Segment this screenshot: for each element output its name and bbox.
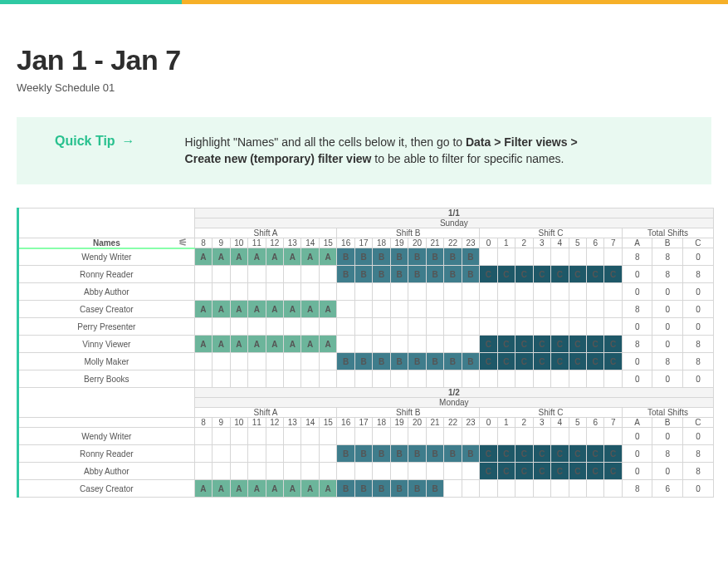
- shift-cell[interactable]: [515, 248, 533, 266]
- shift-cell[interactable]: [266, 283, 283, 301]
- shift-cell[interactable]: [497, 318, 515, 336]
- shift-cell[interactable]: [390, 318, 408, 336]
- shift-cell[interactable]: C: [604, 266, 622, 283]
- shift-cell[interactable]: [551, 318, 569, 336]
- shift-cell[interactable]: C: [480, 266, 497, 283]
- shift-cell[interactable]: C: [569, 336, 586, 353]
- shift-cell[interactable]: C: [569, 445, 586, 463]
- employee-name[interactable]: Molly Maker: [18, 353, 195, 370]
- shift-cell[interactable]: B: [337, 480, 354, 498]
- shift-cell[interactable]: [462, 370, 479, 388]
- employee-name[interactable]: Ronny Reader: [18, 266, 195, 283]
- shift-cell[interactable]: A: [230, 480, 247, 498]
- shift-cell[interactable]: [319, 266, 336, 283]
- shift-cell[interactable]: [444, 301, 462, 318]
- shift-cell[interactable]: [213, 283, 230, 301]
- shift-cell[interactable]: A: [213, 336, 230, 353]
- shift-cell[interactable]: [373, 283, 390, 301]
- shift-cell[interactable]: B: [426, 353, 443, 370]
- shift-cell[interactable]: [604, 370, 622, 388]
- shift-cell[interactable]: [515, 480, 533, 498]
- shift-cell[interactable]: [533, 428, 550, 445]
- shift-cell[interactable]: C: [551, 445, 569, 463]
- shift-cell[interactable]: A: [213, 248, 230, 266]
- shift-cell[interactable]: A: [284, 301, 301, 318]
- shift-cell[interactable]: B: [337, 353, 354, 370]
- shift-cell[interactable]: [462, 283, 479, 301]
- shift-cell[interactable]: [462, 336, 479, 353]
- shift-cell[interactable]: A: [266, 480, 283, 498]
- shift-cell[interactable]: [569, 428, 586, 445]
- shift-cell[interactable]: [390, 370, 408, 388]
- shift-cell[interactable]: [266, 428, 283, 445]
- shift-cell[interactable]: A: [266, 336, 283, 353]
- shift-cell[interactable]: [248, 318, 266, 336]
- shift-cell[interactable]: B: [390, 266, 408, 283]
- shift-cell[interactable]: [444, 336, 462, 353]
- shift-cell[interactable]: [480, 283, 497, 301]
- employee-name[interactable]: Berry Books: [18, 370, 195, 388]
- shift-cell[interactable]: [301, 370, 319, 388]
- shift-cell[interactable]: B: [354, 445, 372, 463]
- shift-cell[interactable]: [266, 370, 283, 388]
- shift-cell[interactable]: A: [319, 301, 336, 318]
- shift-cell[interactable]: B: [426, 248, 443, 266]
- shift-cell[interactable]: [337, 463, 354, 480]
- shift-cell[interactable]: A: [194, 480, 212, 498]
- shift-cell[interactable]: C: [604, 353, 622, 370]
- shift-cell[interactable]: [426, 301, 443, 318]
- shift-cell[interactable]: [354, 463, 372, 480]
- shift-cell[interactable]: B: [354, 266, 372, 283]
- shift-cell[interactable]: [462, 318, 479, 336]
- shift-cell[interactable]: [444, 463, 462, 480]
- shift-cell[interactable]: [497, 283, 515, 301]
- shift-cell[interactable]: [569, 318, 586, 336]
- shift-cell[interactable]: [319, 353, 336, 370]
- shift-cell[interactable]: C: [569, 266, 586, 283]
- shift-cell[interactable]: [354, 318, 372, 336]
- shift-cell[interactable]: B: [390, 248, 408, 266]
- shift-cell[interactable]: [301, 266, 319, 283]
- shift-cell[interactable]: A: [248, 301, 266, 318]
- shift-cell[interactable]: B: [373, 266, 390, 283]
- shift-cell[interactable]: [604, 301, 622, 318]
- shift-cell[interactable]: [480, 301, 497, 318]
- shift-cell[interactable]: [213, 370, 230, 388]
- employee-name[interactable]: Ronny Reader: [18, 445, 195, 463]
- shift-cell[interactable]: [213, 428, 230, 445]
- shift-cell[interactable]: [354, 283, 372, 301]
- shift-cell[interactable]: A: [284, 336, 301, 353]
- shift-cell[interactable]: C: [551, 463, 569, 480]
- shift-cell[interactable]: [319, 370, 336, 388]
- shift-cell[interactable]: [462, 480, 479, 498]
- shift-cell[interactable]: [515, 428, 533, 445]
- shift-cell[interactable]: [569, 370, 586, 388]
- shift-cell[interactable]: [230, 318, 247, 336]
- shift-cell[interactable]: [408, 336, 426, 353]
- shift-cell[interactable]: [408, 370, 426, 388]
- shift-cell[interactable]: A: [266, 301, 283, 318]
- shift-cell[interactable]: [194, 445, 212, 463]
- shift-cell[interactable]: [390, 301, 408, 318]
- shift-cell[interactable]: C: [480, 336, 497, 353]
- shift-cell[interactable]: B: [462, 445, 479, 463]
- shift-cell[interactable]: [497, 301, 515, 318]
- shift-cell[interactable]: [444, 318, 462, 336]
- shift-cell[interactable]: [480, 428, 497, 445]
- shift-cell[interactable]: [569, 248, 586, 266]
- shift-cell[interactable]: [194, 428, 212, 445]
- shift-cell[interactable]: C: [480, 353, 497, 370]
- shift-cell[interactable]: [408, 318, 426, 336]
- shift-cell[interactable]: [390, 428, 408, 445]
- shift-cell[interactable]: [586, 301, 603, 318]
- shift-cell[interactable]: C: [480, 463, 497, 480]
- shift-cell[interactable]: [284, 283, 301, 301]
- shift-cell[interactable]: B: [408, 266, 426, 283]
- shift-cell[interactable]: C: [533, 463, 550, 480]
- shift-cell[interactable]: [480, 318, 497, 336]
- shift-cell[interactable]: A: [319, 480, 336, 498]
- shift-cell[interactable]: [462, 428, 479, 445]
- shift-cell[interactable]: [426, 463, 443, 480]
- shift-cell[interactable]: [284, 353, 301, 370]
- shift-cell[interactable]: [444, 370, 462, 388]
